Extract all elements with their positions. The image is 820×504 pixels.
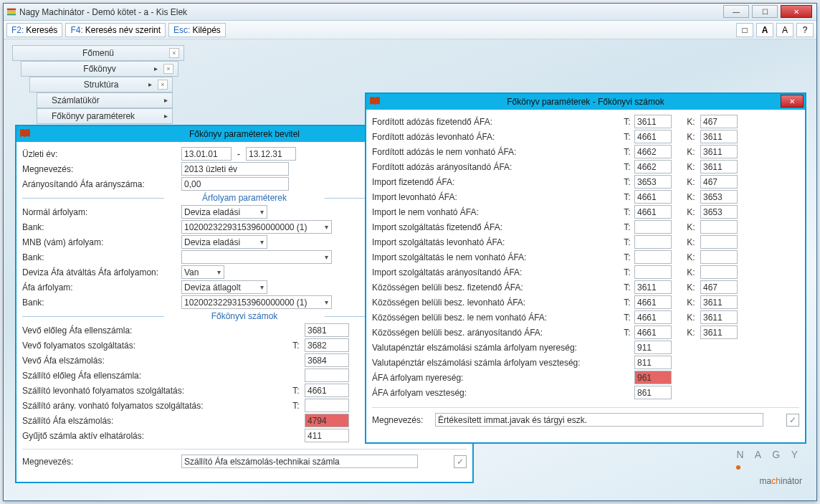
row-label: Közösségen belüli besz. fizetendő ÁFA: bbox=[372, 282, 620, 293]
t-value-input[interactable] bbox=[305, 399, 349, 412]
t-value-input[interactable] bbox=[305, 323, 349, 337]
t-value-input[interactable] bbox=[634, 265, 672, 279]
k-label: K: bbox=[682, 252, 700, 262]
t-value-input[interactable] bbox=[634, 205, 672, 219]
t-value-input[interactable] bbox=[634, 190, 672, 204]
close-icon[interactable]: × bbox=[158, 80, 168, 90]
form-row: Valutapénztár elszámolási számla árfolya… bbox=[372, 340, 799, 355]
k-value-input[interactable] bbox=[700, 190, 738, 204]
row-label: Import le nem vonható ÁFA: bbox=[372, 207, 620, 217]
confirm-check-icon[interactable]: ✓ bbox=[786, 414, 799, 427]
t-value-input[interactable] bbox=[634, 371, 672, 384]
k-value-input[interactable] bbox=[700, 325, 738, 339]
t-value-input[interactable] bbox=[634, 295, 672, 309]
form-row: Import fizetendő ÁFA:T:K: bbox=[372, 174, 799, 189]
confirm-check-icon[interactable]: ✓ bbox=[454, 455, 467, 468]
font-large-button[interactable]: A bbox=[756, 23, 773, 37]
t-value-input[interactable] bbox=[634, 341, 672, 354]
megnevezes-input[interactable] bbox=[181, 162, 289, 176]
deviza-atvaltas-combo[interactable]: Van bbox=[181, 265, 224, 279]
footer-megnevezes-label: Megnevezés: bbox=[22, 457, 181, 467]
k-value-input[interactable] bbox=[700, 310, 738, 324]
dialog-close-button[interactable]: ✕ bbox=[781, 95, 804, 108]
normal-arfolyam-combo[interactable]: Deviza eladási bbox=[181, 205, 267, 219]
close-button[interactable]: ✕ bbox=[781, 5, 812, 18]
t-label: T: bbox=[287, 386, 305, 396]
menu-fokonyv-parameterek[interactable]: Főkönyv paraméterek ▸ bbox=[37, 108, 173, 124]
k-label: K: bbox=[682, 177, 700, 187]
k-value-input[interactable] bbox=[700, 235, 738, 249]
menu-struktura[interactable]: Struktúra × ▸ bbox=[29, 77, 173, 92]
form-row: Import szolgáltatás levonható ÁFA:T:K: bbox=[372, 234, 799, 249]
menu-stack: Főmenü × Főkönyv × ▸ Struktúra × ▸ Száml… bbox=[12, 45, 184, 124]
k-value-input[interactable] bbox=[700, 265, 738, 279]
layout-toggle-button[interactable]: □ bbox=[736, 23, 753, 37]
bank3-combo[interactable]: 10200232293153960000000 (1) bbox=[181, 295, 332, 309]
t-value-input[interactable] bbox=[634, 130, 672, 143]
f4-search-by-name-button[interactable]: F4: Keresés név szerint bbox=[65, 23, 166, 37]
menu-szamlatukor[interactable]: Számlatükör ▸ bbox=[37, 92, 173, 108]
t-value-input[interactable] bbox=[634, 280, 672, 294]
esc-exit-button[interactable]: Esc: Kilépés bbox=[168, 23, 226, 37]
k-value-input[interactable] bbox=[700, 145, 738, 158]
megnevezes-label: Megnevezés: bbox=[22, 164, 181, 174]
t-value-input[interactable] bbox=[634, 220, 672, 234]
close-icon[interactable]: × bbox=[163, 64, 173, 74]
bank2-combo[interactable] bbox=[181, 250, 332, 264]
k-value-input[interactable] bbox=[700, 205, 738, 219]
row-label: Közösségen belüli besz. arányosítandó ÁF… bbox=[372, 328, 620, 338]
afa-arfolyam-combo[interactable]: Deviza átlagolt bbox=[181, 280, 267, 294]
k-label: K: bbox=[682, 117, 700, 127]
t-value-input[interactable] bbox=[634, 145, 672, 158]
uzleti-ev-from-input[interactable] bbox=[181, 147, 232, 161]
t-value-input[interactable] bbox=[634, 310, 672, 324]
t-value-input[interactable] bbox=[634, 115, 672, 128]
help-button[interactable]: ? bbox=[796, 23, 814, 37]
menu-fomenu[interactable]: Főmenü × bbox=[12, 45, 184, 61]
t-value-input[interactable] bbox=[305, 369, 349, 382]
k-value-input[interactable] bbox=[700, 220, 738, 234]
row-label: Szállító előleg Áfa ellenszámla: bbox=[22, 371, 287, 381]
font-small-button[interactable]: A bbox=[776, 23, 793, 37]
minimize-button[interactable]: — bbox=[723, 5, 749, 18]
k-value-input[interactable] bbox=[700, 160, 738, 173]
t-value-input[interactable] bbox=[305, 338, 349, 352]
t-value-input[interactable] bbox=[305, 429, 349, 442]
menu-fokonyv[interactable]: Főkönyv × ▸ bbox=[21, 61, 178, 77]
k-value-input[interactable] bbox=[700, 250, 738, 264]
uzleti-ev-to-input[interactable] bbox=[246, 147, 296, 161]
k-label: K: bbox=[682, 222, 700, 232]
t-value-input[interactable] bbox=[634, 250, 672, 264]
k-value-input[interactable] bbox=[700, 295, 738, 309]
k-value-input[interactable] bbox=[700, 115, 738, 128]
f2-search-button[interactable]: F2: Keresés bbox=[6, 23, 62, 37]
t-value-input[interactable] bbox=[634, 386, 672, 399]
k-value-input[interactable] bbox=[700, 130, 738, 143]
form-row: Import levonható ÁFA:T:K: bbox=[372, 189, 799, 204]
close-icon[interactable]: × bbox=[169, 48, 179, 58]
t-value-input[interactable] bbox=[634, 325, 672, 339]
t-label: T: bbox=[287, 401, 305, 411]
t-value-input[interactable] bbox=[634, 175, 672, 189]
t-value-input[interactable] bbox=[305, 384, 349, 397]
row-label: Import fizetendő ÁFA: bbox=[372, 177, 620, 187]
t-value-input[interactable] bbox=[305, 353, 349, 367]
footer-megnevezes-input[interactable] bbox=[181, 455, 418, 468]
mnb-combo[interactable]: Deviza eladási bbox=[181, 235, 267, 249]
k-value-input[interactable] bbox=[700, 280, 738, 294]
form-row: Import szolgáltatás fizetendő ÁFA:T:K: bbox=[372, 219, 799, 234]
t-value-input[interactable] bbox=[634, 356, 672, 369]
bank3-label: Bank: bbox=[22, 298, 181, 308]
t-label: T: bbox=[620, 177, 634, 187]
t-value-input[interactable] bbox=[634, 235, 672, 249]
bank1-combo[interactable]: 10200232293153960000000 (1) bbox=[181, 220, 332, 234]
k-value-input[interactable] bbox=[700, 175, 738, 189]
row-label: Valutapénztár elszámolási számla árfolya… bbox=[372, 343, 620, 353]
aranyszam-input[interactable] bbox=[181, 177, 289, 191]
t-value-input[interactable] bbox=[634, 160, 672, 173]
t-value-input[interactable] bbox=[305, 414, 349, 427]
maximize-button[interactable]: ☐ bbox=[752, 5, 778, 18]
form-row: Fordított adózás levonható ÁFA:T:K: bbox=[372, 129, 799, 144]
footer-megnevezes-input[interactable] bbox=[435, 413, 763, 427]
app-icon bbox=[6, 7, 16, 17]
